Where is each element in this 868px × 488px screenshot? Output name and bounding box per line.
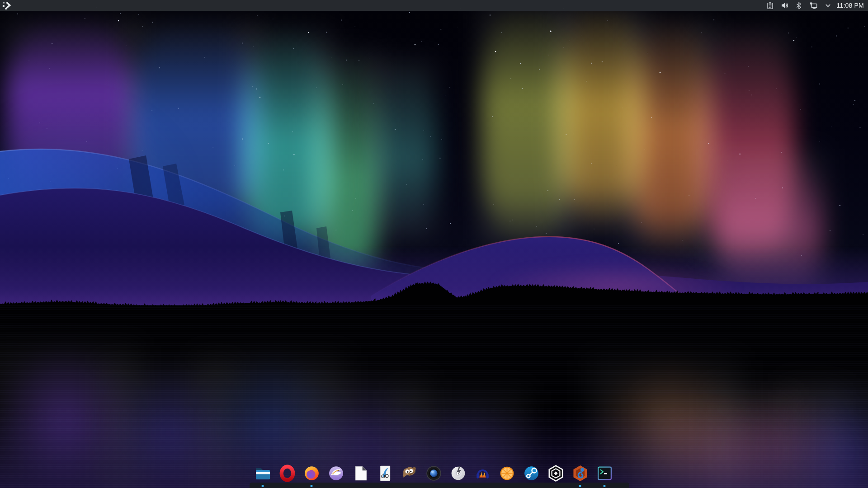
clock[interactable]: 11:08 PM <box>837 0 864 11</box>
firefox-browser-icon <box>302 464 321 483</box>
falkon-browser-icon <box>327 464 345 483</box>
running-indicator <box>262 485 264 487</box>
orange-hexagon-app-icon <box>571 464 590 483</box>
hexagon-spiral-app-icon <box>547 464 565 483</box>
opera-browser-icon <box>278 464 297 483</box>
steam-icon <box>522 464 541 483</box>
volume-icon[interactable] <box>781 1 789 9</box>
dock-item-konsole[interactable] <box>595 464 614 483</box>
clementine-music-icon <box>498 464 516 483</box>
dolphin-file-manager-icon <box>254 464 272 483</box>
app-launcher-button[interactable] <box>0 0 14 11</box>
bluetooth-icon[interactable] <box>795 1 803 9</box>
dock-item-steam[interactable] <box>522 464 541 483</box>
dock-item-orange-hexagon-app[interactable] <box>571 464 590 483</box>
dock-items <box>253 464 614 483</box>
network-icon[interactable] <box>810 1 818 9</box>
dock-item-firefox[interactable] <box>302 464 321 483</box>
libreoffice-icon <box>351 464 370 483</box>
wallpaper-aurora-lake <box>0 0 868 488</box>
camera-lens-photo-app-icon <box>425 464 443 483</box>
desktop: 11:08 PM <box>0 0 868 488</box>
dock-item-opera[interactable] <box>278 464 297 483</box>
running-indicator <box>311 485 313 487</box>
dock-item-okular[interactable] <box>375 464 394 483</box>
dock-item-photo-lens[interactable] <box>424 464 443 483</box>
running-indicator <box>579 485 581 487</box>
lake-water <box>0 305 868 488</box>
dock-item-gimp[interactable] <box>400 464 419 483</box>
dock-item-hex-spiral-app[interactable] <box>546 464 565 483</box>
dock-item-k3b[interactable] <box>448 464 467 483</box>
dock-item-libreoffice[interactable] <box>351 464 370 483</box>
clipboard-icon[interactable] <box>766 1 774 9</box>
dock-item-file-manager[interactable] <box>253 464 272 483</box>
top-panel: 11:08 PM <box>0 0 868 11</box>
dock-panel-strip <box>250 483 629 488</box>
gimp-icon <box>400 464 419 483</box>
running-indicator <box>604 485 606 487</box>
dock-item-falkon[interactable] <box>326 464 345 483</box>
dock-item-audacity[interactable] <box>473 464 492 483</box>
dock-item-clementine[interactable] <box>497 464 516 483</box>
chevron-down-icon[interactable] <box>824 1 832 9</box>
launcher-dots-chevron-icon <box>2 1 12 10</box>
k3b-disc-burner-icon <box>449 464 467 483</box>
okular-document-viewer-icon <box>376 464 394 483</box>
dock <box>250 464 629 488</box>
system-tray <box>766 1 832 9</box>
audacity-icon <box>473 464 492 483</box>
konsole-terminal-icon <box>595 464 614 483</box>
